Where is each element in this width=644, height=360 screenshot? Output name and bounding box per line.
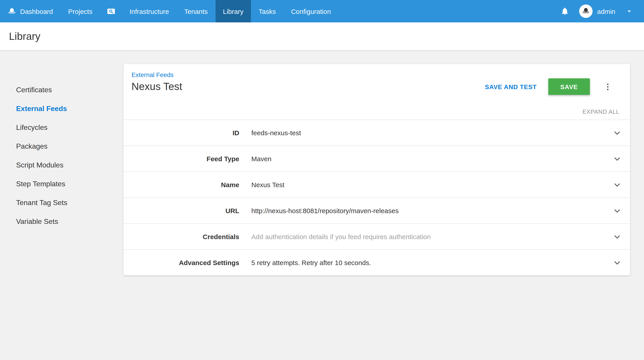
sidebar-item-variable-sets[interactable]: Variable Sets xyxy=(16,212,114,231)
user-menu-caret-icon[interactable] xyxy=(625,7,633,15)
nav-item-label: Library xyxy=(223,8,244,15)
chevron-down-icon[interactable] xyxy=(612,258,622,268)
row-label: Credentials xyxy=(124,233,239,240)
row-name[interactable]: Name Nexus Test xyxy=(124,171,630,198)
app-root: Dashboard Projects Infrastructure Tenant… xyxy=(0,0,644,360)
nav-item-tenants[interactable]: Tenants xyxy=(177,0,215,22)
nav-item-dashboard[interactable]: Dashboard xyxy=(0,0,60,22)
row-label: Feed Type xyxy=(124,155,239,162)
row-feed-type[interactable]: Feed Type Maven xyxy=(124,145,630,171)
sidebar-item-packages[interactable]: Packages xyxy=(16,137,114,156)
sidebar-item-external-feeds[interactable]: External Feeds xyxy=(16,99,114,118)
nav-right-group: admin xyxy=(560,0,644,22)
user-name: admin xyxy=(597,8,616,15)
feed-detail-card: External Feeds Nexus Test SAVE AND TEST … xyxy=(124,64,630,275)
nav-item-library[interactable]: Library xyxy=(215,0,251,22)
page-header: Library xyxy=(0,22,644,50)
nav-item-label: Infrastructure xyxy=(130,8,169,15)
sidebar-item-script-modules[interactable]: Script Modules xyxy=(16,156,114,175)
nav-item-label: Projects xyxy=(68,8,92,15)
row-value: 5 retry attempts. Retry after 10 seconds… xyxy=(251,259,607,266)
row-value: Add authentication details if you feed r… xyxy=(251,233,607,240)
nav-item-projects[interactable]: Projects xyxy=(60,0,100,22)
sidebar-item-label: Packages xyxy=(16,142,48,150)
row-label: ID xyxy=(124,129,239,137)
sidebar-item-label: External Feeds xyxy=(16,105,67,112)
expand-all-button[interactable]: EXPAND ALL xyxy=(124,95,630,120)
chevron-down-icon[interactable] xyxy=(612,232,622,242)
feed-settings-rows: ID feeds-nexus-test Feed Type Maven Name… xyxy=(124,120,630,275)
sidebar-item-label: Variable Sets xyxy=(16,218,58,225)
feed-title: Nexus Test xyxy=(132,81,182,93)
nav-item-tasks[interactable]: Tasks xyxy=(251,0,284,22)
sidebar-item-label: Lifecycles xyxy=(16,124,48,131)
row-url[interactable]: URL http://nexus-host:8081/repository/ma… xyxy=(124,198,630,223)
chevron-down-icon[interactable] xyxy=(612,128,622,138)
nav-item-label: Dashboard xyxy=(20,8,53,15)
nav-item-label: Configuration xyxy=(291,8,331,15)
save-button[interactable]: SAVE xyxy=(548,78,590,95)
sidebar-item-tenant-tag-sets[interactable]: Tenant Tag Sets xyxy=(16,194,114,212)
nav-item-label: Tenants xyxy=(184,8,208,15)
card-header: External Feeds Nexus Test SAVE AND TEST … xyxy=(124,64,630,95)
row-value: Nexus Test xyxy=(251,181,607,189)
sidebar-item-label: Step Templates xyxy=(16,180,65,188)
row-id[interactable]: ID feeds-nexus-test xyxy=(124,120,630,145)
chevron-down-icon[interactable] xyxy=(612,180,622,190)
sidebar-item-label: Certificates xyxy=(16,86,52,94)
sidebar-item-certificates[interactable]: Certificates xyxy=(16,81,114,99)
sidebar-item-label: Tenant Tag Sets xyxy=(16,199,67,207)
project-search-icon xyxy=(106,7,116,16)
save-and-test-button[interactable]: SAVE AND TEST xyxy=(485,83,537,90)
card-actions: SAVE AND TEST SAVE xyxy=(485,71,614,95)
row-label: Name xyxy=(124,181,239,189)
octopus-logo-icon xyxy=(8,7,16,16)
sidebar-item-step-templates[interactable]: Step Templates xyxy=(16,175,114,194)
sidebar-item-label: Script Modules xyxy=(16,161,64,169)
project-search-button[interactable] xyxy=(100,0,122,22)
card-header-titles: External Feeds Nexus Test xyxy=(132,71,182,95)
content-area: Certificates External Feeds Lifecycles P… xyxy=(0,50,644,293)
row-value: feeds-nexus-test xyxy=(251,129,607,137)
row-label: URL xyxy=(124,207,239,215)
row-value: Maven xyxy=(251,155,607,162)
breadcrumb[interactable]: External Feeds xyxy=(132,71,182,78)
row-advanced-settings[interactable]: Advanced Settings 5 retry attempts. Retr… xyxy=(124,249,630,275)
chevron-down-icon[interactable] xyxy=(612,154,622,164)
top-nav: Dashboard Projects Infrastructure Tenant… xyxy=(0,0,644,22)
notifications-bell-icon[interactable] xyxy=(560,7,569,16)
row-value: http://nexus-host:8081/repository/maven-… xyxy=(251,207,607,215)
nav-item-infrastructure[interactable]: Infrastructure xyxy=(122,0,177,22)
chevron-down-icon[interactable] xyxy=(612,206,622,216)
row-credentials[interactable]: Credentials Add authentication details i… xyxy=(124,223,630,249)
overflow-menu-button[interactable] xyxy=(602,80,614,93)
row-label: Advanced Settings xyxy=(124,259,239,266)
nav-item-configuration[interactable]: Configuration xyxy=(283,0,338,22)
sidebar-item-lifecycles[interactable]: Lifecycles xyxy=(16,118,114,137)
nav-item-label: Tasks xyxy=(259,8,276,15)
library-sidebar: Certificates External Feeds Lifecycles P… xyxy=(0,64,124,231)
user-avatar xyxy=(579,5,592,18)
user-menu[interactable]: admin xyxy=(579,5,616,18)
page-title: Library xyxy=(9,30,40,42)
